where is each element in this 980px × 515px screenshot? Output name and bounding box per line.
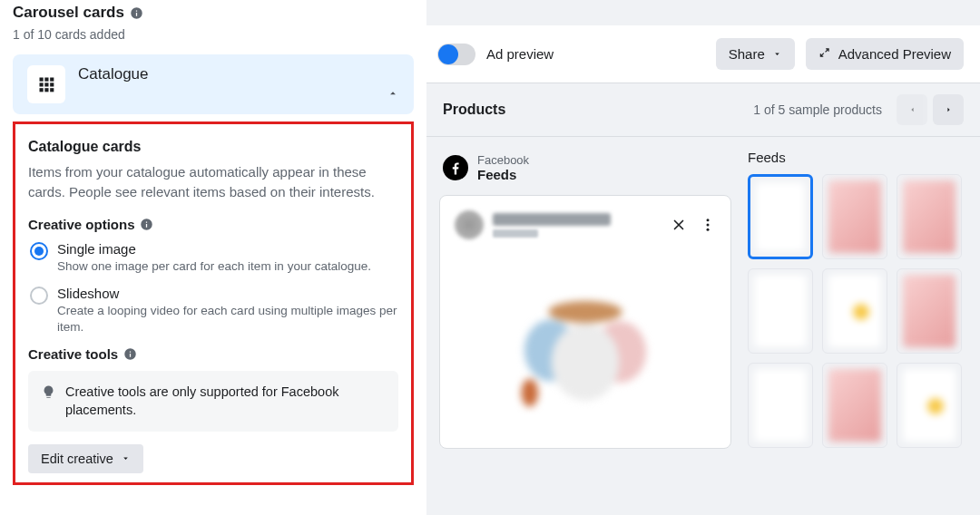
advanced-preview-label: Advanced Preview [838, 46, 951, 62]
svg-rect-7 [44, 88, 48, 92]
edit-creative-label: Edit creative [41, 452, 113, 466]
product-image-placeholder [455, 252, 716, 433]
ad-preview-toggle[interactable] [437, 44, 475, 65]
carousel-cards-heading-text: Carousel cards [13, 4, 124, 22]
products-count: 1 of 5 sample products [753, 102, 882, 117]
facebook-logo-icon [443, 155, 468, 180]
right-panel: Ad preview Share Advanced Preview Produc… [426, 0, 980, 515]
svg-rect-6 [40, 88, 44, 92]
placement-header: Facebook Feeds [439, 150, 731, 195]
creative-tools-hint: Creative tools are only supported for Fa… [28, 371, 398, 432]
svg-point-11 [707, 228, 710, 231]
cards-count-text: 1 of 10 cards added [13, 27, 414, 42]
svg-rect-2 [50, 78, 54, 82]
feeds-title: Feeds [748, 150, 971, 165]
share-button[interactable]: Share [716, 38, 795, 70]
svg-point-9 [707, 219, 710, 221]
feed-thumbnail[interactable] [897, 363, 962, 448]
post-header [455, 210, 716, 239]
caret-down-icon [772, 49, 782, 59]
carousel-cards-heading: Carousel cards [13, 4, 414, 22]
svg-rect-5 [50, 83, 54, 86]
post-preview-card [439, 195, 731, 449]
page-name-placeholder [493, 213, 611, 226]
info-icon[interactable] [130, 5, 144, 20]
caret-down-icon [121, 453, 131, 463]
svg-point-10 [707, 224, 710, 227]
svg-rect-8 [50, 88, 54, 92]
radio-slideshow[interactable]: Slideshow Create a looping video for eac… [28, 286, 398, 335]
svg-rect-3 [40, 83, 44, 86]
catalogue-cards-box: Catalogue cards Items from your catalogu… [13, 121, 414, 485]
svg-point-15 [552, 324, 620, 401]
lightbulb-icon [41, 384, 56, 400]
creative-tools-hint-text: Creative tools are only supported for Fa… [65, 383, 386, 420]
radio-single-image[interactable]: Single image Show one image per card for… [28, 241, 398, 275]
creative-tools-label: Creative tools [28, 346, 398, 362]
chevron-up-icon[interactable] [387, 87, 399, 103]
close-icon[interactable] [671, 217, 687, 233]
placement-name: Feeds [477, 167, 529, 182]
catalogue-cards-desc: Items from your catalogue automatically … [28, 162, 398, 202]
left-panel: Carousel cards 1 of 10 cards added Catal… [0, 0, 426, 515]
radio-label: Single image [57, 241, 371, 257]
svg-point-16 [521, 379, 538, 407]
grid-icon [27, 65, 65, 103]
feed-thumbnail[interactable] [897, 268, 962, 354]
feed-thumbnail[interactable] [748, 363, 813, 448]
toggle-knob [438, 44, 458, 64]
products-title: Products [443, 102, 753, 118]
ad-preview-label: Ad preview [486, 46, 705, 62]
prev-product-button [897, 94, 927, 125]
page-meta-placeholder [493, 229, 538, 238]
catalogue-cards-title: Catalogue cards [28, 139, 398, 155]
creative-tools-text: Creative tools [28, 346, 118, 362]
feed-thumbnail[interactable] [897, 174, 962, 259]
feed-thumbnail[interactable] [748, 268, 813, 354]
next-product-button[interactable] [933, 94, 964, 125]
radio-label: Slideshow [57, 286, 398, 301]
svg-rect-1 [44, 78, 48, 82]
avatar-placeholder [455, 210, 484, 239]
svg-rect-4 [44, 83, 48, 86]
radio-desc: Show one image per card for each item in… [57, 258, 371, 275]
feed-thumbnail[interactable] [822, 174, 887, 259]
info-icon[interactable] [140, 217, 154, 231]
feeds-column: Feeds [748, 150, 980, 449]
expand-icon [818, 46, 831, 62]
advanced-preview-button[interactable]: Advanced Preview [806, 38, 964, 70]
catalogue-title: Catalogue [78, 65, 149, 83]
svg-point-12 [548, 301, 622, 323]
preview-column: Facebook Feeds [439, 150, 731, 449]
info-icon[interactable] [122, 347, 137, 362]
more-icon[interactable] [700, 217, 716, 233]
share-label: Share [729, 46, 765, 62]
feed-thumbnail[interactable] [822, 268, 887, 354]
feed-thumbnail[interactable] [748, 174, 813, 259]
radio-button[interactable] [30, 287, 48, 305]
products-body: Facebook Feeds [426, 137, 980, 449]
chevron-right-icon [945, 103, 953, 116]
feed-thumbnail[interactable] [822, 363, 887, 448]
edit-creative-button[interactable]: Edit creative [28, 444, 143, 473]
creative-options-text: Creative options [28, 217, 135, 232]
placement-brand: Facebook [477, 153, 529, 167]
radio-desc: Create a looping video for each card usi… [57, 303, 398, 335]
feeds-thumbnail-grid [748, 174, 971, 448]
creative-options-label: Creative options [28, 217, 398, 232]
chevron-left-icon [908, 103, 916, 116]
products-bar: Products 1 of 5 sample products [426, 83, 980, 137]
catalogue-tile[interactable]: Catalogue [13, 54, 414, 114]
preview-bar: Ad preview Share Advanced Preview [426, 25, 980, 83]
radio-button-selected[interactable] [30, 242, 48, 260]
svg-rect-0 [40, 78, 44, 82]
